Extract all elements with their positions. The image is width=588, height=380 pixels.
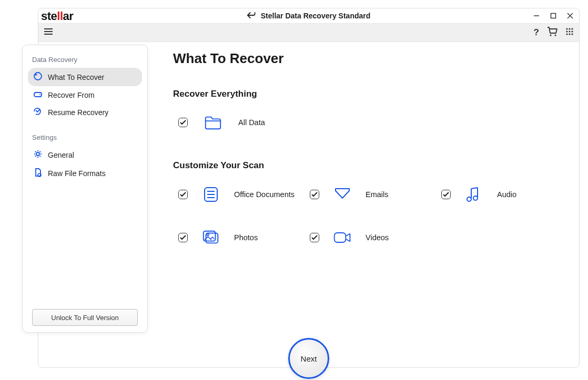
section-customize-scan: Customize Your Scan bbox=[173, 160, 569, 171]
option-label: Emails bbox=[366, 190, 389, 199]
main-content: What To Recover Recover Everything All D… bbox=[173, 50, 569, 357]
svg-point-11 bbox=[571, 28, 573, 29]
svg-point-31 bbox=[36, 152, 39, 156]
svg-point-23 bbox=[473, 196, 478, 200]
back-icon[interactable] bbox=[247, 12, 256, 20]
email-icon bbox=[333, 187, 352, 202]
page-title: What To Recover bbox=[173, 50, 569, 67]
checkbox-office-documents[interactable] bbox=[178, 190, 188, 199]
sidebar-item-label: Raw File Formats bbox=[48, 169, 106, 178]
sidebar-item-what-to-recover[interactable]: What To Recover bbox=[28, 68, 142, 86]
svg-point-15 bbox=[566, 33, 567, 35]
sidebar-section-data-recovery: Data Recovery bbox=[28, 53, 142, 68]
unlock-full-version-button[interactable]: Unlock To Full Version bbox=[32, 309, 138, 326]
brand-logo: stellar bbox=[41, 9, 73, 23]
svg-point-22 bbox=[467, 197, 471, 201]
restore-icon bbox=[33, 71, 43, 83]
sidebar-item-recover-from[interactable]: Recover From bbox=[28, 86, 142, 104]
svg-point-10 bbox=[569, 28, 570, 29]
resume-icon bbox=[33, 107, 43, 117]
cart-icon[interactable] bbox=[546, 26, 558, 39]
next-button[interactable]: Next bbox=[288, 338, 329, 379]
option-label: Office Documents bbox=[234, 190, 295, 199]
svg-point-7 bbox=[550, 34, 551, 36]
svg-point-14 bbox=[571, 30, 573, 32]
svg-point-17 bbox=[571, 33, 573, 35]
checkbox-emails[interactable] bbox=[310, 190, 319, 199]
file-icon bbox=[33, 168, 43, 179]
sidebar-item-general[interactable]: General bbox=[28, 146, 142, 164]
maximize-button[interactable] bbox=[549, 11, 558, 20]
gear-icon bbox=[33, 149, 43, 160]
option-label: Photos bbox=[234, 233, 258, 242]
titlebar: Stellar Data Recovery Standard bbox=[38, 8, 579, 23]
sidebar-item-resume-recovery[interactable]: Resume Recovery bbox=[28, 104, 142, 121]
svg-point-30 bbox=[39, 94, 40, 95]
audio-icon bbox=[464, 186, 483, 203]
document-icon bbox=[201, 186, 220, 203]
option-emails: Emails bbox=[310, 186, 441, 203]
option-audio: Audio bbox=[441, 186, 573, 203]
video-icon bbox=[333, 230, 352, 245]
toolbar: ? bbox=[38, 23, 579, 42]
svg-point-16 bbox=[569, 33, 570, 35]
hamburger-icon[interactable] bbox=[44, 28, 53, 37]
option-office-documents: Office Documents bbox=[178, 186, 310, 203]
drive-icon bbox=[33, 90, 43, 100]
close-button[interactable] bbox=[565, 11, 575, 20]
checkbox-all-data[interactable] bbox=[178, 118, 188, 127]
sidebar-item-raw-file-formats[interactable]: Raw File Formats bbox=[28, 164, 142, 182]
sidebar-item-label: What To Recover bbox=[48, 73, 104, 81]
help-icon[interactable]: ? bbox=[534, 27, 539, 38]
window-title: Stellar Data Recovery Standard bbox=[261, 12, 371, 20]
folder-icon bbox=[204, 114, 222, 131]
svg-rect-27 bbox=[334, 233, 346, 242]
checkbox-audio[interactable] bbox=[441, 190, 451, 199]
sidebar-item-label: General bbox=[48, 151, 74, 159]
option-videos: Videos bbox=[310, 229, 441, 247]
svg-point-13 bbox=[569, 30, 570, 32]
svg-point-8 bbox=[554, 34, 556, 36]
option-label: Audio bbox=[497, 190, 516, 199]
option-label: All Data bbox=[238, 118, 265, 127]
svg-point-9 bbox=[566, 28, 567, 29]
svg-point-12 bbox=[566, 30, 567, 32]
sidebar-item-label: Resume Recovery bbox=[48, 108, 108, 117]
apps-grid-icon[interactable] bbox=[565, 27, 574, 38]
photos-icon bbox=[201, 229, 220, 247]
sidebar-item-label: Recover From bbox=[48, 91, 95, 99]
option-label: Videos bbox=[366, 233, 389, 242]
option-photos: Photos bbox=[178, 229, 310, 247]
sidebar-section-settings: Settings bbox=[28, 130, 142, 146]
svg-point-26 bbox=[207, 233, 209, 235]
section-recover-everything: Recover Everything bbox=[173, 89, 569, 99]
checkbox-videos[interactable] bbox=[310, 233, 319, 242]
sidebar: Data Recovery What To Recover Recover Fr… bbox=[22, 45, 148, 333]
svg-rect-1 bbox=[551, 14, 556, 18]
minimize-button[interactable] bbox=[532, 11, 541, 20]
checkbox-photos[interactable] bbox=[178, 233, 188, 242]
